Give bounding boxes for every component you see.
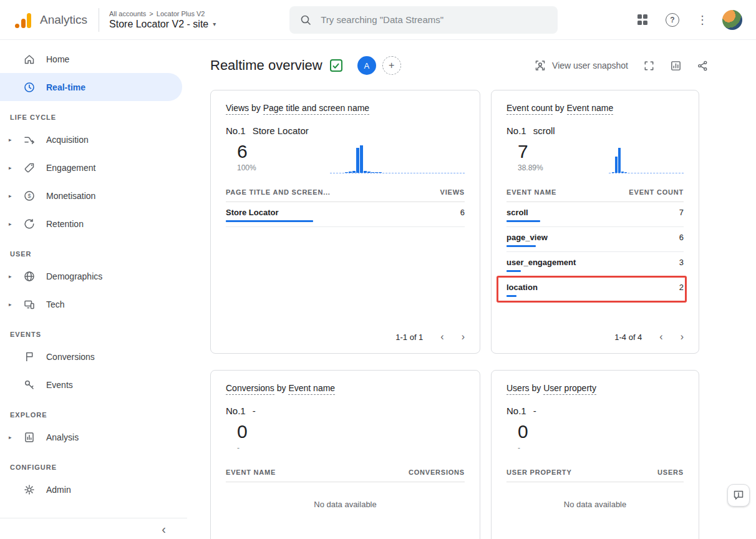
card-users-by-user-property: Users by User property No.1 - 0 - USER P… xyxy=(491,370,699,539)
dimension-selector[interactable]: Event name xyxy=(288,383,335,395)
fullscreen-icon[interactable] xyxy=(643,60,655,72)
table-header: PAGE TITLE AND SCREEN... VIEWS xyxy=(226,188,465,202)
row-value-bar xyxy=(506,295,516,297)
demographics-globe-icon xyxy=(22,270,36,283)
metric-row: 7 38.89% xyxy=(506,141,684,176)
sidebar-collapse-button[interactable]: ‹ xyxy=(0,518,187,539)
sidebar-item-tech[interactable]: ▸ Tech xyxy=(0,290,187,318)
svg-text:$: $ xyxy=(27,193,31,199)
sidebar-item-demographics[interactable]: ▸ Demographics xyxy=(0,262,187,290)
analysis-chart-icon xyxy=(22,430,36,444)
card-title: Views by Page title and screen name xyxy=(226,103,465,113)
prev-page-icon[interactable]: ‹ xyxy=(659,332,662,342)
sidebar-item-conversions[interactable]: Conversions xyxy=(0,342,187,371)
sidebar-item-engagement[interactable]: ▸ Engagement xyxy=(0,153,187,182)
metric-selector[interactable]: Views xyxy=(226,103,249,115)
expand-arrow-icon[interactable]: ▸ xyxy=(9,165,22,171)
metric-selector[interactable]: Event count xyxy=(506,103,553,115)
total-value: 0 xyxy=(237,421,248,442)
gear-icon xyxy=(22,483,36,497)
table-header: USER PROPERTY USERS xyxy=(506,469,684,482)
expand-arrow-icon[interactable]: ▸ xyxy=(9,273,22,279)
breadcrumb: All accounts > Locator Plus V2 xyxy=(109,10,216,17)
analytics-logo-icon[interactable] xyxy=(15,12,31,28)
sidebar-item-home[interactable]: Home xyxy=(0,45,187,73)
sidebar-section-lifecycle: LIFE CYCLE xyxy=(0,101,187,125)
acquisition-icon xyxy=(22,133,36,147)
table-row-location: location 2 xyxy=(506,277,684,302)
comparison-chip[interactable]: A xyxy=(357,56,376,75)
expand-arrow-icon[interactable]: ▸ xyxy=(9,137,22,143)
no-data-message: No data available xyxy=(226,500,465,509)
table-row: scroll 7 xyxy=(506,202,684,227)
total-value: 6 xyxy=(237,141,256,162)
card-conversions-by-event-name: Conversions by Event name No.1 - 0 - EVE… xyxy=(210,370,480,539)
next-page-icon[interactable]: › xyxy=(681,332,684,342)
account-avatar-button[interactable] xyxy=(720,7,745,32)
top-rank: No.1 - xyxy=(226,405,465,416)
retention-icon xyxy=(22,217,36,231)
breadcrumb-property[interactable]: Locator Plus V2 xyxy=(157,10,205,17)
expand-arrow-icon[interactable]: ▸ xyxy=(9,301,22,308)
sidebar-item-events[interactable]: Events xyxy=(0,371,187,399)
pagination: 1-4 of 4 ‹ › xyxy=(614,332,684,342)
sidebar-item-realtime[interactable]: Real-time xyxy=(0,73,182,101)
monetisation-dollar-icon: $ xyxy=(22,189,36,203)
sidebar-item-retention[interactable]: ▸ Retention xyxy=(0,210,187,238)
sidebar-section-configure: CONFIGURE xyxy=(0,451,187,475)
engagement-tag-icon xyxy=(22,161,36,175)
row-value-bar xyxy=(506,220,540,222)
dimension-selector[interactable]: User property xyxy=(543,383,596,395)
customize-report-icon[interactable] xyxy=(670,60,682,72)
expand-arrow-icon[interactable]: ▸ xyxy=(9,221,22,227)
account-switcher: All accounts > Locator Plus V2 Store Loc… xyxy=(109,10,216,30)
sidebar-item-monetisation[interactable]: ▸ $ Monetisation xyxy=(0,182,187,210)
property-selector[interactable]: Store Locator V2 - site ▾ xyxy=(109,19,216,30)
card-title: Event count by Event name xyxy=(506,103,684,113)
realtime-status-badge xyxy=(330,59,342,72)
total-percent: 38.89% xyxy=(518,163,543,172)
sidebar-item-admin[interactable]: Admin xyxy=(0,475,187,503)
metric-selector[interactable]: Conversions xyxy=(226,383,274,395)
total-value: 0 xyxy=(518,421,528,442)
apps-grid-button[interactable] xyxy=(630,7,655,32)
total-percent: - xyxy=(237,444,248,452)
row-value-bar xyxy=(226,220,313,222)
next-page-icon[interactable]: › xyxy=(462,332,465,342)
breadcrumb-account[interactable]: All accounts xyxy=(109,10,146,17)
prev-page-icon[interactable]: ‹ xyxy=(440,332,443,342)
property-name: Store Locator V2 - site xyxy=(109,19,208,30)
view-user-snapshot-button[interactable]: View user snapshot xyxy=(534,59,628,72)
user-snapshot-icon xyxy=(534,59,546,72)
sidebar-section-explore: EXPLORE xyxy=(0,399,187,423)
feedback-button[interactable] xyxy=(727,484,750,507)
main-content: Realtime overview A + View user snapshot xyxy=(187,40,756,539)
table-row: page_view 6 xyxy=(506,227,684,252)
metric-row: 0 - xyxy=(506,421,684,456)
overflow-menu-button[interactable]: ⋮ xyxy=(690,7,715,32)
total-percent: - xyxy=(518,444,528,452)
sidebar: Home Real-time LIFE CYCLE ▸ Acquisition … xyxy=(0,40,187,539)
dimension-selector[interactable]: Event name xyxy=(567,103,614,115)
card-views-by-page-title: Views by Page title and screen name No.1… xyxy=(210,90,480,354)
dimension-selector[interactable]: Page title and screen name xyxy=(263,103,369,115)
sidebar-item-analysis[interactable]: ▸ Analysis xyxy=(0,423,187,451)
top-rank: No.1 - xyxy=(506,405,684,416)
expand-arrow-icon[interactable]: ▸ xyxy=(9,193,22,199)
add-comparison-button[interactable]: + xyxy=(382,56,401,75)
pagination: 1-1 of 1 ‹ › xyxy=(395,332,465,342)
search-bar[interactable] xyxy=(289,6,558,34)
table-row: user_engagement 3 xyxy=(506,252,684,277)
help-button[interactable]: ? xyxy=(660,7,685,32)
search-icon xyxy=(299,14,312,26)
top-rank: No.1 scroll xyxy=(506,125,684,136)
metric-selector[interactable]: Users xyxy=(506,383,530,395)
overflow-menu-icon: ⋮ xyxy=(697,13,708,27)
topbar-actions: ? ⋮ xyxy=(630,7,745,32)
metric-row: 6 100% xyxy=(226,141,465,176)
sidebar-item-acquisition[interactable]: ▸ Acquisition xyxy=(0,125,187,153)
search-input[interactable] xyxy=(319,14,548,26)
share-icon[interactable] xyxy=(697,60,709,72)
events-sparkline-chart xyxy=(609,142,684,173)
expand-arrow-icon[interactable]: ▸ xyxy=(9,434,22,440)
